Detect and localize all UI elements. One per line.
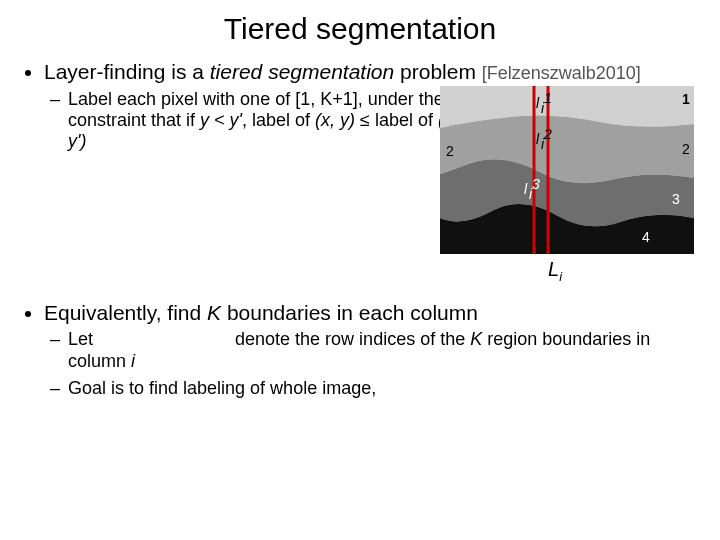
s1-b: [1, K+1] [295,89,358,109]
s1-e: , label of [242,110,315,130]
svg-text:1: 1 [544,90,552,106]
s2a-i: i [131,351,135,371]
b2-a: Equivalently, find [44,301,207,324]
sub-2a: Let denote the row indices of the K regi… [68,329,698,372]
svg-text:2: 2 [543,126,552,142]
second-content: Equivalently, find K boundaries in each … [22,300,698,406]
b2-b: K [207,301,221,324]
s1-g: ≤ label of [355,110,438,130]
figure-caption: Li [548,258,562,284]
s1-a: Label each pixel with one of [68,89,295,109]
fig-left-2: 2 [446,143,454,159]
cap-b: i [559,269,562,284]
svg-text:3: 3 [532,176,540,192]
tiered-figure: 2 1 2 3 4 l i 1 l i 2 l i 3 [440,86,694,254]
b1-b: tiered segmentation [210,60,394,83]
s2a-k: K [470,329,482,349]
s1-f: (x, y) [315,110,355,130]
sub-2b: Goal is to find labeling of whole image, [68,378,698,400]
fig-r1: 1 [682,91,690,107]
s2b-text: Goal is to find labeling of whole image, [68,378,381,398]
b2-c: boundaries in each column [221,301,478,324]
cap-a: L [548,258,559,280]
bullet-2: Equivalently, find K boundaries in each … [44,300,698,400]
sub-1: Label each pixel with one of [1, K+1], u… [68,89,458,153]
fig-r4: 4 [642,229,650,245]
s1-d: y < y' [200,110,242,130]
fig-r3: 3 [672,191,680,207]
b1-c: problem [394,60,482,83]
citation: [Felzenszwalb2010] [482,63,641,83]
b1-a: Layer-finding is a [44,60,210,83]
s2a-pre: Let [68,329,98,349]
page-title: Tiered segmentation [0,0,720,46]
s2a-post: denote the row indices of the [230,329,470,349]
fig-r2: 2 [682,141,690,157]
